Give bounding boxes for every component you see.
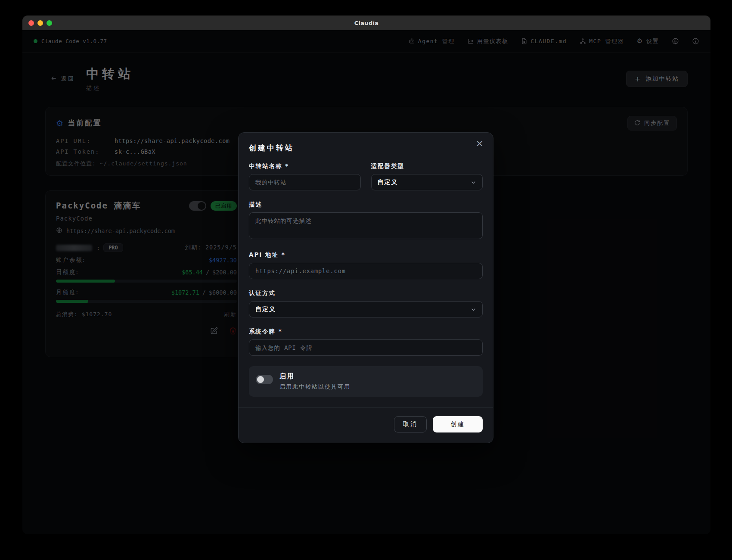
create-relay-station-modal: 创建中转站 × 中转站名称 * 适配器类型 自定义 bbox=[238, 132, 493, 443]
auth-method-group: 认证方式 自定义 bbox=[249, 289, 483, 317]
window-title: Claudia bbox=[354, 20, 379, 26]
modal-footer: 取消 创建 bbox=[249, 416, 483, 432]
api-url-label: API 地址 * bbox=[249, 251, 483, 259]
enable-toggle[interactable] bbox=[256, 375, 273, 384]
adapter-type-label: 适配器类型 bbox=[371, 162, 483, 170]
description-label: 描述 bbox=[249, 201, 483, 208]
station-name-input[interactable] bbox=[249, 174, 361, 190]
api-url-input[interactable] bbox=[249, 263, 483, 279]
modal-title: 创建中转站 bbox=[249, 143, 483, 153]
minimize-window-button[interactable] bbox=[37, 20, 43, 26]
chevron-down-icon bbox=[470, 306, 477, 313]
enable-description: 启用此中转站以使其可用 bbox=[279, 383, 350, 391]
chevron-down-icon bbox=[470, 179, 477, 186]
close-window-button[interactable] bbox=[28, 20, 34, 26]
modal-divider bbox=[239, 407, 493, 408]
system-token-label: 系统令牌 * bbox=[249, 328, 483, 336]
app-window: Claudia Claude Code v1.0.77 Agent 管理 bbox=[22, 16, 710, 534]
name-adapter-row: 中转站名称 * 适配器类型 自定义 bbox=[249, 162, 483, 190]
close-icon[interactable]: × bbox=[476, 139, 484, 148]
maximize-window-button[interactable] bbox=[47, 20, 52, 26]
cancel-button[interactable]: 取消 bbox=[394, 416, 427, 432]
adapter-type-group: 适配器类型 自定义 bbox=[371, 162, 483, 190]
description-group: 描述 bbox=[249, 201, 483, 241]
adapter-type-select[interactable]: 自定义 bbox=[371, 174, 483, 190]
system-token-group: 系统令牌 * bbox=[249, 328, 483, 356]
traffic-lights bbox=[28, 16, 52, 30]
api-url-group: API 地址 * bbox=[249, 251, 483, 279]
enable-title: 启用 bbox=[279, 372, 350, 380]
toggle-knob bbox=[257, 376, 264, 383]
station-name-label: 中转站名称 * bbox=[249, 162, 361, 170]
station-name-group: 中转站名称 * bbox=[249, 162, 361, 190]
titlebar: Claudia bbox=[22, 16, 710, 30]
auth-method-label: 认证方式 bbox=[249, 289, 483, 297]
enable-text: 启用 启用此中转站以使其可用 bbox=[279, 372, 350, 391]
description-textarea[interactable] bbox=[249, 212, 483, 239]
enable-section: 启用 启用此中转站以使其可用 bbox=[249, 366, 483, 397]
auth-method-select[interactable]: 自定义 bbox=[249, 301, 483, 317]
auth-method-value: 自定义 bbox=[255, 305, 276, 313]
adapter-type-value: 自定义 bbox=[378, 178, 398, 186]
system-token-input[interactable] bbox=[249, 339, 483, 356]
create-button[interactable]: 创建 bbox=[433, 416, 483, 432]
